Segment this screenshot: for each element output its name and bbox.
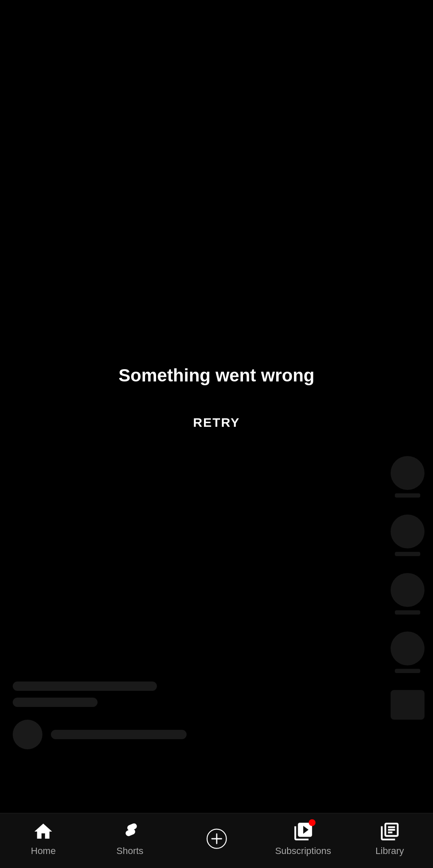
action-line-1 (395, 493, 420, 498)
error-title: Something went wrong (119, 365, 315, 386)
action-line-3 (395, 610, 420, 615)
add-icon (206, 828, 227, 849)
placeholder-line-medium (13, 698, 98, 707)
action-circle-4 (391, 632, 425, 665)
action-item-1 (391, 456, 425, 498)
main-content: Something went wrong RETRY (0, 0, 433, 813)
action-line-2 (395, 552, 420, 556)
bottom-navigation: Home Shorts Subscriptions (0, 813, 433, 868)
action-line-4 (395, 669, 420, 673)
nav-item-library[interactable]: Library (346, 821, 433, 857)
placeholder-line-long (13, 682, 157, 691)
nav-label-home: Home (31, 846, 56, 857)
nav-item-subscriptions[interactable]: Subscriptions (260, 821, 346, 857)
subscriptions-icon (293, 821, 314, 842)
action-circle-1 (391, 456, 425, 490)
bottom-placeholders (13, 682, 386, 749)
action-item-2 (391, 515, 425, 556)
action-item-3 (391, 573, 425, 615)
nav-label-subscriptions: Subscriptions (275, 846, 331, 857)
action-square-5 (391, 690, 425, 720)
nav-item-shorts[interactable]: Shorts (87, 821, 173, 857)
avatar-placeholder (13, 720, 42, 749)
nav-label-library: Library (375, 846, 404, 857)
action-item-5 (391, 690, 425, 720)
home-icon (33, 821, 54, 842)
error-container: Something went wrong RETRY (119, 365, 315, 434)
library-icon (379, 821, 400, 842)
shorts-icon (119, 821, 140, 842)
nav-label-shorts: Shorts (117, 846, 144, 857)
action-item-4 (391, 632, 425, 673)
retry-button[interactable]: RETRY (184, 411, 249, 434)
action-circle-2 (391, 515, 425, 548)
action-circle-3 (391, 573, 425, 607)
nav-item-home[interactable]: Home (0, 821, 87, 857)
right-actions (391, 456, 425, 720)
avatar-text-placeholder (51, 730, 187, 739)
nav-item-add[interactable] (173, 828, 260, 849)
avatar-row (13, 720, 386, 749)
